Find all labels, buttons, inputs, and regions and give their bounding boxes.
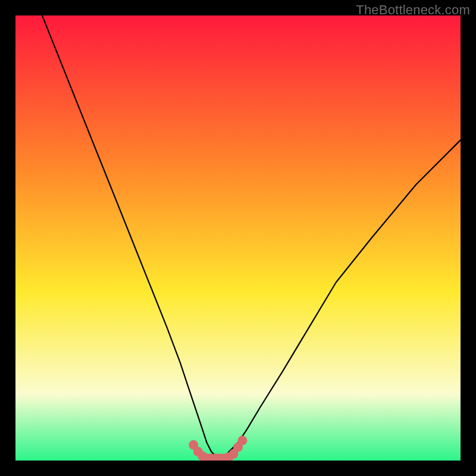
watermark-text: TheBottleneck.com	[356, 2, 470, 18]
marker-dot	[238, 436, 248, 445]
chart-frame: TheBottleneck.com	[0, 0, 476, 476]
gradient-background	[15, 15, 461, 461]
plot-area	[15, 15, 461, 461]
chart-svg	[15, 15, 461, 461]
